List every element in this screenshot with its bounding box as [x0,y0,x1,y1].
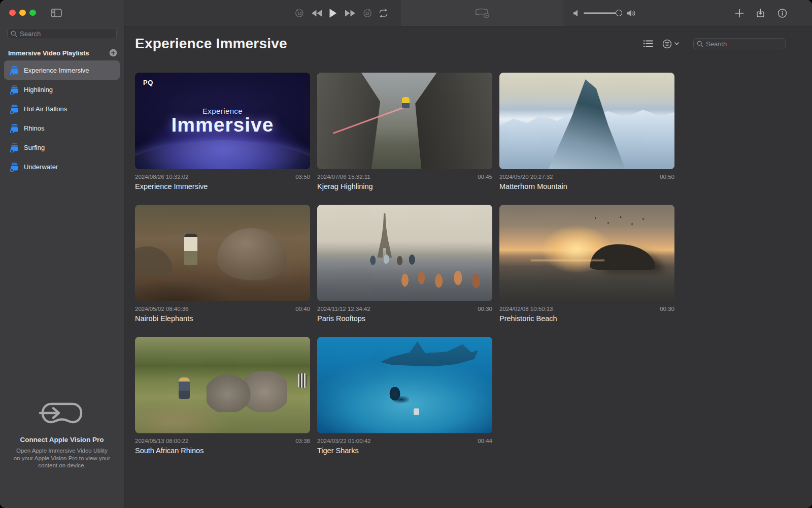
thumb-art-shape [363,249,419,274]
volume-low-icon[interactable] [573,9,579,17]
video-card[interactable]: 2024/02/08 10:50:13 00:30 Prehistoric Be… [499,205,674,323]
search-icon [696,40,704,48]
overlay-small-text: Experience [202,107,243,115]
volume-fill [584,12,619,14]
playlist-icon [10,66,19,75]
skip-forward-15-button[interactable]: 15 [362,8,372,18]
video-card[interactable]: 2024/07/06 15:32:11 00:45 Kjerag Highlin… [317,73,492,190]
video-title: Tiger Sharks [317,447,492,455]
playlist-icon [10,123,19,133]
app-window: Immersive Video Playlists [0,0,812,508]
info-button[interactable] [777,8,787,18]
playlist-label: Rhinos [24,124,44,132]
list-view-icon[interactable] [643,40,653,48]
toggle-sidebar-icon[interactable] [51,9,62,17]
add-playlist-button[interactable] [109,49,117,57]
view-controls [643,38,786,49]
video-duration: 00:50 [660,174,674,180]
video-thumbnail[interactable] [135,205,310,301]
volume-high-icon[interactable] [627,9,636,17]
sidebar: Immersive Video Playlists [0,0,124,508]
content-search-input[interactable] [693,38,786,49]
video-thumbnail[interactable] [317,337,492,433]
close-window-button[interactable] [9,10,16,16]
playlist-label: Experience Immersive [24,67,89,74]
video-duration: 03:50 [295,174,310,180]
search-icon [10,30,18,38]
video-duration: 00:40 [295,306,310,312]
video-datetime: 2024/07/06 15:32:11 [317,174,370,180]
thumb-overlay: Experience Immersive [135,73,310,169]
video-thumbnail[interactable] [135,337,310,433]
sidebar-item-playlist[interactable]: Rhinos [4,118,120,138]
video-thumbnail[interactable] [499,73,674,169]
main-area: 15 [124,0,812,508]
loop-button[interactable] [378,9,389,18]
video-meta: 2024/03/22 01:00:42 00:44 [317,438,492,444]
video-meta: 2024/05/13 08:00:22 03:38 [135,438,310,444]
thumb-overlay [317,73,492,169]
minimize-window-button[interactable] [19,10,26,16]
add-button[interactable] [735,9,744,18]
video-thumbnail[interactable] [317,205,492,301]
sidebar-item-playlist[interactable]: Underwater [4,157,120,176]
video-duration: 00:44 [478,438,492,444]
video-meta: 2024/07/06 15:32:11 00:45 [317,174,492,180]
sidebar-item-playlist[interactable]: Surfing [4,138,120,157]
video-thumbnail[interactable] [499,205,674,301]
video-card[interactable]: 2024/03/22 01:00:42 00:44 Tiger Sharks [317,337,492,455]
video-meta: 2024/08/26 10:32:02 03:50 [135,174,310,180]
zoom-window-button[interactable] [29,10,36,16]
skip-back-15-button[interactable]: 15 [295,8,304,18]
video-card[interactable]: PQ Experience Immersive 2024/08/26 10:32… [135,73,310,190]
video-title: Experience Immersive [135,182,310,190]
video-card[interactable]: 2024/05/02 08:40:36 00:40 Nairobi Elepha… [135,205,310,323]
immersive-screen-button[interactable] [475,8,490,19]
video-title: Prehistoric Beach [499,314,674,323]
video-duration: 00:30 [660,306,674,312]
video-meta: 2024/11/12 12:34:42 00:30 [317,306,492,312]
playlist-label: Surfing [24,144,45,151]
thumb-overlay [499,73,674,169]
video-meta: 2024/05/02 08:40:36 00:40 [135,306,310,312]
thumb-art-shape [587,212,657,232]
video-card[interactable]: 2024/05/13 08:00:22 03:38 South African … [135,337,310,455]
sidebar-search-input[interactable] [7,28,117,39]
fast-forward-button[interactable] [345,9,356,17]
volume-slider[interactable] [584,12,621,14]
thumb-overlay [135,337,310,433]
chevron-down-icon [674,42,679,45]
overlay-large-text: Immersive [172,114,274,136]
video-meta: 2024/05/20 20:27:32 00:50 [499,174,674,180]
playlist-label: Underwater [24,163,58,171]
sort-filter-button[interactable] [662,39,679,49]
connect-description: Open Apple Immersive Video Utility on yo… [12,447,112,469]
playlist-icon [10,143,19,152]
video-datetime: 2024/03/22 01:00:42 [317,438,371,444]
video-title: Paris Rooftops [317,314,492,323]
playlist-icon [10,85,19,94]
thumb-art-shape [298,373,307,388]
sidebar-item-playlist[interactable]: Experience Immersive [4,60,120,80]
thumb-art-shape [402,97,410,108]
video-card[interactable]: 2024/11/12 12:34:42 00:30 Paris Rooftops [317,205,492,323]
video-datetime: 2024/11/12 12:34:42 [317,306,370,312]
thumb-overlay [317,337,492,433]
video-card[interactable]: 2024/05/20 20:27:32 00:50 Matterhorn Mou… [499,73,674,190]
volume-knob[interactable] [616,10,622,16]
video-title: South African Rhinos [135,447,310,455]
video-thumbnail[interactable] [317,73,492,169]
svg-text:15: 15 [365,11,369,15]
connect-title: Connect Apple Vision Pro [0,436,124,443]
sidebar-item-playlist[interactable]: Hot Air Ballons [4,99,120,118]
video-datetime: 2024/05/02 08:40:36 [135,306,189,312]
sidebar-item-playlist[interactable]: Highlining [4,80,120,99]
rewind-button[interactable] [311,9,322,17]
import-button[interactable] [756,8,765,18]
thumb-art-shape [135,272,231,301]
playlist-list: Experience Immersive Highlining [0,60,124,176]
play-button[interactable] [329,8,337,18]
video-thumbnail[interactable]: PQ Experience Immersive [135,73,310,169]
page-title: Experience Immersive [135,36,287,52]
video-grid: PQ Experience Immersive 2024/08/26 10:32… [135,73,812,455]
